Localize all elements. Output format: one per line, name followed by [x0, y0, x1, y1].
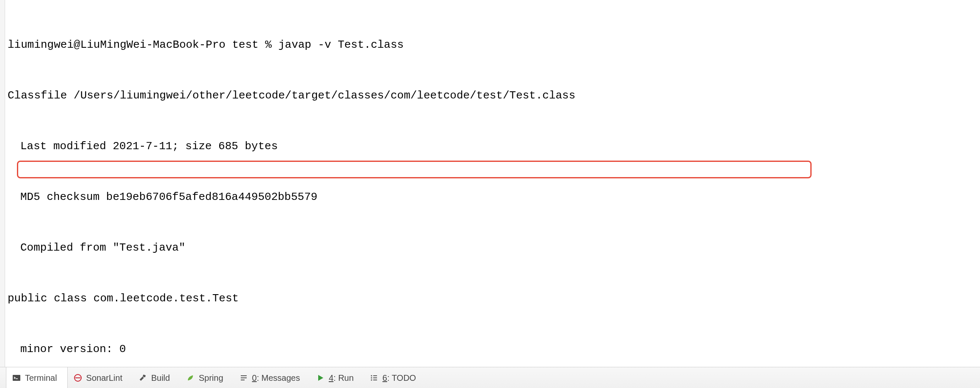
- svg-point-8: [371, 375, 372, 376]
- last-modified-line: Last modified 2021-7-11; size 685 bytes: [8, 138, 980, 155]
- tab-label: 4: Run: [329, 369, 354, 386]
- prompt-line: liumingwei@LiuMingWei-MacBook-Pro test %…: [8, 36, 980, 53]
- classfile-line: Classfile /Users/liumingwei/other/leetco…: [8, 87, 980, 104]
- tool-window-bar: Terminal SonarLint Build Spring 0: Messa…: [0, 367, 980, 388]
- svg-point-10: [371, 377, 372, 378]
- todo-list-icon: [369, 373, 379, 383]
- tab-messages[interactable]: 0: Messages: [234, 367, 310, 388]
- tab-label: Terminal: [25, 369, 57, 386]
- sonarlint-icon: [73, 373, 83, 383]
- tab-label: Spring: [199, 369, 223, 386]
- tab-todo[interactable]: 6: TODO: [364, 367, 426, 388]
- tab-label: 6: TODO: [383, 369, 416, 386]
- tab-build[interactable]: Build: [132, 367, 180, 388]
- tab-terminal[interactable]: Terminal: [6, 367, 68, 388]
- svg-point-12: [371, 379, 372, 380]
- minor-version-line: minor version: 0: [8, 341, 980, 358]
- public-class-line: public class com.leetcode.test.Test: [8, 290, 980, 307]
- tab-sonarlint[interactable]: SonarLint: [68, 367, 133, 388]
- md5-line: MD5 checksum be19eb6706f5afed816a449502b…: [8, 189, 980, 205]
- tab-label: Build: [151, 369, 170, 386]
- tab-run[interactable]: 4: Run: [310, 367, 364, 388]
- play-icon: [315, 373, 325, 383]
- svg-rect-0: [13, 375, 20, 381]
- hammer-icon: [138, 373, 148, 383]
- messages-icon: [239, 373, 249, 383]
- terminal-output: liumingwei@LiuMingWei-MacBook-Pro test %…: [8, 3, 980, 388]
- tab-label: SonarLint: [86, 369, 123, 386]
- tab-spring[interactable]: Spring: [180, 367, 234, 388]
- terminal-icon: [11, 373, 22, 383]
- compiled-from-line: Compiled from "Test.java": [8, 239, 980, 256]
- tab-label: 0: Messages: [252, 369, 300, 386]
- side-gutter: [0, 0, 5, 367]
- svg-rect-4: [143, 374, 146, 377]
- spring-leaf-icon: [185, 373, 195, 383]
